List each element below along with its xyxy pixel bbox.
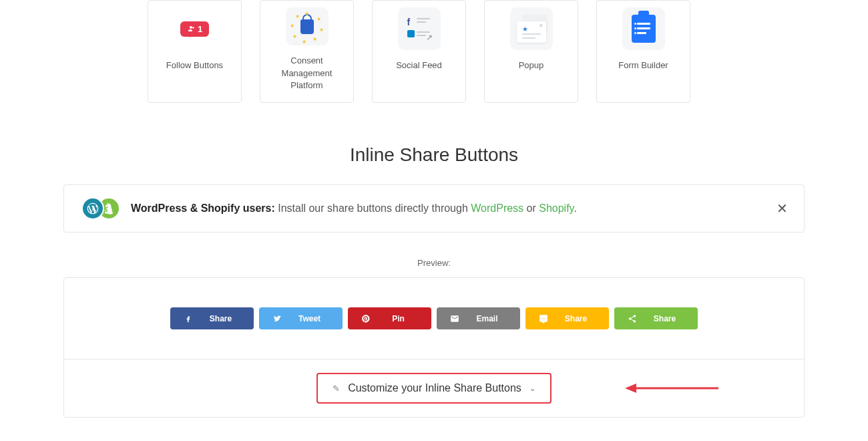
svg-marker-1 <box>625 384 636 393</box>
pinterest-icon <box>357 314 375 323</box>
card-label: Consent Management Platform <box>266 55 348 92</box>
popup-icon: ★ ✕ <box>510 7 553 50</box>
card-social-feed[interactable]: f ↗ Social Feed <box>372 0 466 103</box>
sms-icon <box>535 314 552 323</box>
annotation-arrow <box>622 378 722 398</box>
card-popup[interactable]: ★ ✕ Popup <box>484 0 578 103</box>
banner-platform-icons <box>81 197 120 220</box>
close-icon[interactable]: ✕ <box>777 200 788 216</box>
pencil-icon: ✎ <box>333 384 340 394</box>
consent-icon: ★ ★ ★ ★ ★ ★ ★ ★ <box>286 7 329 45</box>
share-sharethis-button[interactable]: Share <box>614 307 698 329</box>
wordpress-icon <box>81 197 104 220</box>
twitter-icon <box>268 314 286 323</box>
card-form-builder[interactable]: Form Builder <box>596 0 690 103</box>
sharethis-icon <box>624 314 641 323</box>
card-label: Popup <box>519 59 544 71</box>
card-label: Form Builder <box>618 59 668 71</box>
customize-button[interactable]: ✎ Customize your Inline Share Buttons ⌄ <box>316 373 552 404</box>
card-label: Follow Buttons <box>166 59 223 71</box>
share-pinterest-button[interactable]: Pin <box>348 307 431 329</box>
card-follow-buttons[interactable]: 1 Follow Buttons <box>148 0 242 103</box>
wordpress-link[interactable]: WordPress <box>471 202 523 214</box>
preview-label: Preview: <box>63 258 805 268</box>
card-consent[interactable]: ★ ★ ★ ★ ★ ★ ★ ★ Consent Management Platf… <box>260 0 354 103</box>
share-email-button[interactable]: Email <box>437 307 520 329</box>
install-banner: WordPress & Shopify users: Install our s… <box>63 184 805 233</box>
social-feed-icon: f ↗ <box>398 7 441 50</box>
card-label: Social Feed <box>396 59 442 71</box>
banner-text: WordPress & Shopify users: Install our s… <box>131 202 577 214</box>
section-title: Inline Share Buttons <box>63 144 805 166</box>
share-facebook-button[interactable]: Share <box>170 307 254 329</box>
form-builder-icon <box>622 7 665 50</box>
share-twitter-button[interactable]: Tweet <box>259 307 343 329</box>
customize-bar: ✎ Customize your Inline Share Buttons ⌄ <box>63 359 805 418</box>
chevron-down-icon: ⌄ <box>529 384 535 393</box>
follow-badge-count: 1 <box>198 24 202 34</box>
preview-box: Share Tweet Pin Email Share Share <box>63 277 805 359</box>
share-sms-button[interactable]: Share <box>525 307 609 329</box>
facebook-icon <box>180 314 197 323</box>
shopify-link[interactable]: Shopify <box>539 202 574 214</box>
follow-buttons-icon: 1 <box>174 7 216 50</box>
email-icon <box>446 314 463 323</box>
